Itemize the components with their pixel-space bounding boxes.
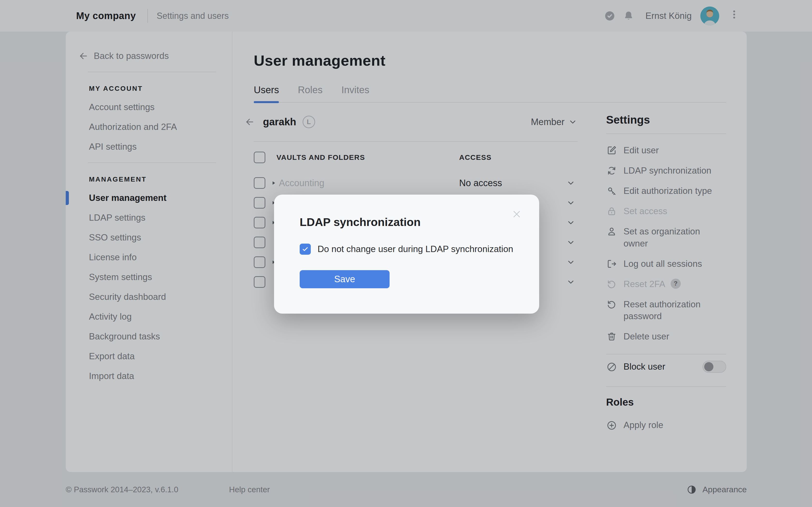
ldap-checkbox-row[interactable]: Do not change user during LDAP synchroni…	[300, 243, 521, 255]
save-button[interactable]: Save	[300, 270, 390, 288]
checkbox-label: Do not change user during LDAP synchroni…	[317, 244, 513, 254]
close-icon[interactable]	[511, 209, 522, 220]
ldap-sync-modal: LDAP synchronization Do not change user …	[274, 194, 539, 314]
modal-title: LDAP synchronization	[300, 215, 521, 229]
checkbox-checked[interactable]	[300, 243, 311, 255]
